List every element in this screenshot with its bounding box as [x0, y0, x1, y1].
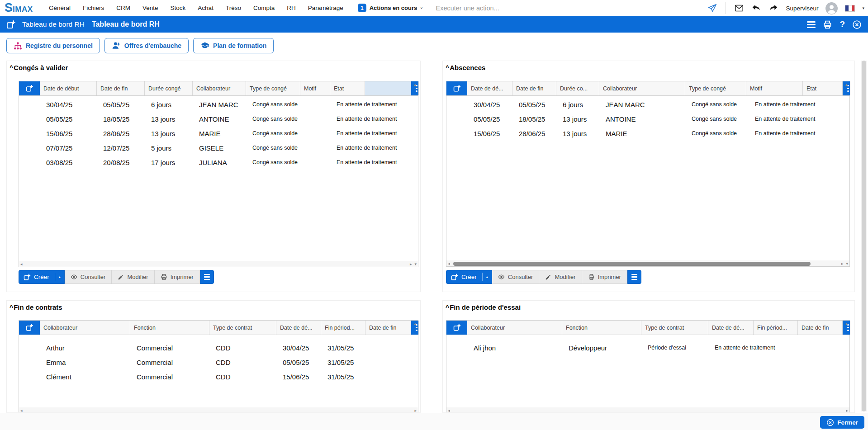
print-button[interactable]: Imprimer: [582, 270, 627, 284]
scroll-down-icon[interactable]: ▾: [413, 262, 418, 266]
command-input[interactable]: [436, 5, 630, 12]
table-row[interactable]: 05/05/2518/05/2513 joursANTOINECongé san…: [446, 112, 849, 126]
scrollbar-track[interactable]: [24, 261, 408, 267]
scroll-right-icon[interactable]: ▸: [408, 262, 413, 266]
actions-en-cours[interactable]: 1 Actions en cours ˅: [358, 4, 423, 12]
column-header[interactable]: Collaborateur: [467, 321, 562, 335]
print-button[interactable]: Imprimer: [155, 270, 200, 284]
open-window-icon[interactable]: [6, 20, 16, 29]
chevron-down-icon[interactable]: ▾: [862, 6, 864, 10]
column-header[interactable]: Durée congé: [145, 81, 193, 95]
table-row[interactable]: ArthurCommercialCDD30/04/2531/05/25: [19, 340, 418, 355]
page-scrollbar[interactable]: [861, 61, 867, 411]
scroll-left-icon[interactable]: ◂: [19, 408, 24, 413]
panel-title[interactable]: Abscences: [446, 64, 485, 71]
column-header[interactable]: Date de fin: [365, 321, 411, 335]
column-header[interactable]: Fin périod...: [754, 321, 798, 335]
scroll-right-icon[interactable]: ▸: [840, 261, 845, 266]
menu-parametrage[interactable]: Paramétrage: [308, 5, 343, 11]
scroll-right-icon[interactable]: ▸: [844, 408, 849, 413]
open-window-icon[interactable]: [19, 81, 40, 95]
column-header[interactable]: Collaborateur: [193, 81, 246, 95]
horizontal-scrollbar[interactable]: ◂ ▸ ▾: [19, 261, 418, 267]
avatar[interactable]: [825, 2, 838, 14]
column-header[interactable]: Type de congé: [246, 81, 300, 95]
column-header[interactable]: Date de fin: [512, 81, 556, 95]
open-window-icon[interactable]: [446, 321, 467, 335]
column-header[interactable]: Etat: [330, 81, 365, 95]
column-header[interactable]: Date de dé...: [276, 321, 321, 335]
column-header[interactable]: Type de contrat: [641, 321, 708, 335]
menu-vente[interactable]: Vente: [142, 5, 158, 11]
breadcrumb[interactable]: Tableau de bord RH: [22, 20, 85, 28]
column-header[interactable]: Date de fin: [97, 81, 145, 95]
create-button[interactable]: Créer ▴: [446, 270, 492, 284]
scroll-right-icon[interactable]: ▸: [413, 408, 418, 413]
menu-compta[interactable]: Compta: [253, 5, 275, 11]
undo-icon[interactable]: [751, 3, 761, 13]
modify-button[interactable]: Modifier: [539, 270, 582, 284]
table-row[interactable]: 07/07/2512/07/255 joursGISELECongé sans …: [19, 141, 418, 155]
scrollbar-track[interactable]: [24, 407, 413, 413]
column-header[interactable]: Type de contrat: [209, 321, 276, 335]
table-row[interactable]: 15/06/2528/06/2513 joursMARIECongé sans …: [19, 126, 418, 141]
scroll-up-icon[interactable]: ▲: [844, 321, 849, 326]
consult-button[interactable]: Consulter: [492, 270, 540, 284]
table-row[interactable]: EmmaCommercialCDD05/05/2531/05/25: [19, 355, 418, 369]
scrollbar-thumb[interactable]: [453, 262, 811, 266]
column-header[interactable]: Collaborateur: [40, 321, 130, 335]
fermer-button[interactable]: Fermer: [820, 416, 864, 429]
help-icon[interactable]: ?: [840, 19, 845, 29]
column-header[interactable]: Motif: [746, 81, 803, 95]
open-window-icon[interactable]: [19, 321, 40, 335]
open-window-icon[interactable]: [446, 81, 467, 95]
column-header[interactable]: Date de dé...: [467, 81, 512, 95]
column-header[interactable]: Fonction: [130, 321, 209, 335]
simax-logo[interactable]: SIMAX: [5, 1, 41, 15]
menu-treso[interactable]: Tréso: [226, 5, 241, 11]
menu-icon[interactable]: [807, 21, 816, 28]
caret-up-icon[interactable]: ▴: [486, 275, 488, 279]
plan-formation-button[interactable]: Plan de formation: [193, 38, 274, 53]
column-header[interactable]: Type de congé: [685, 81, 746, 95]
panel-title[interactable]: Fin de contrats: [9, 303, 62, 311]
column-header[interactable]: Motif: [300, 81, 330, 95]
table-row[interactable]: 05/05/2518/05/2513 joursANTOINECongé san…: [19, 112, 418, 126]
menu-general[interactable]: Général: [49, 5, 71, 11]
consult-button[interactable]: Consulter: [65, 270, 112, 284]
language-flag-france[interactable]: [845, 5, 855, 12]
panel-title[interactable]: Congés à valider: [9, 64, 68, 71]
scroll-down-icon[interactable]: ▾: [844, 261, 849, 266]
scroll-left-icon[interactable]: ◂: [19, 262, 24, 266]
offres-embauche-button[interactable]: Offres d'embauche: [104, 38, 189, 53]
scroll-left-icon[interactable]: ◂: [446, 408, 451, 413]
scrollbar-track[interactable]: [451, 260, 840, 266]
column-header[interactable]: Collaborateur: [599, 81, 685, 95]
horizontal-scrollbar[interactable]: ◂ ▸: [19, 407, 418, 413]
scroll-up-icon[interactable]: ▲: [413, 82, 417, 87]
column-header[interactable]: Durée co...: [556, 81, 599, 95]
menu-rh[interactable]: RH: [287, 5, 296, 11]
scroll-up-icon[interactable]: ▲: [844, 82, 849, 87]
column-header[interactable]: Date de dé...: [708, 321, 754, 335]
menu-stock[interactable]: Stock: [171, 5, 186, 11]
registre-personnel-button[interactable]: Registre du personnel: [6, 38, 100, 53]
send-plane-icon[interactable]: [707, 3, 717, 13]
menu-achat[interactable]: Achat: [198, 5, 213, 11]
table-row[interactable]: Ali jhonDéveloppeurPériode d'essaiEn att…: [446, 340, 849, 355]
scrollbar-track[interactable]: [451, 407, 845, 413]
horizontal-scrollbar[interactable]: ◂ ▸: [446, 407, 850, 413]
create-button[interactable]: Créer ▴: [19, 270, 65, 284]
printer-icon[interactable]: [823, 20, 832, 29]
close-circle-icon[interactable]: [852, 20, 862, 29]
panel-title[interactable]: Fin de période d'essai: [446, 303, 521, 311]
menu-crm[interactable]: CRM: [116, 5, 130, 11]
scroll-left-icon[interactable]: ◂: [446, 261, 451, 266]
menu-fichiers[interactable]: Fichiers: [83, 5, 104, 11]
column-header[interactable]: Date de fin: [798, 321, 843, 335]
toolbar-menu-button[interactable]: [200, 270, 214, 284]
column-header[interactable]: Date de début: [40, 81, 97, 95]
table-row[interactable]: 15/06/2528/06/2513 joursMARIECongé sans …: [446, 126, 849, 141]
page-scrollbar-thumb[interactable]: [862, 61, 866, 411]
column-header[interactable]: Etat: [803, 81, 843, 95]
